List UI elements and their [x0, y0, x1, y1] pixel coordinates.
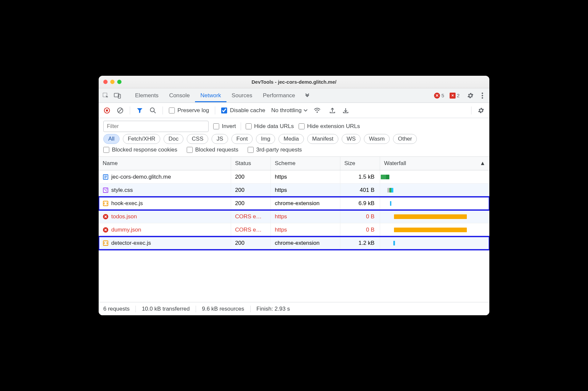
col-waterfall[interactable]: Waterfall▲ [380, 157, 489, 170]
tab-network[interactable]: Network [195, 89, 226, 102]
settings-icon[interactable] [467, 92, 474, 99]
svg-point-3 [482, 92, 483, 94]
tab-sources[interactable]: Sources [226, 89, 258, 102]
cell-scheme: chrome-extension [271, 237, 340, 249]
issue-count: 2 [457, 93, 460, 98]
tab-performance[interactable]: Performance [258, 89, 300, 102]
cell-status: 200 [231, 184, 271, 196]
cell-waterfall [380, 197, 489, 210]
blocked-requests-checkbox[interactable]: Blocked requests [187, 147, 238, 153]
throttling-select[interactable]: No throttling [271, 107, 308, 114]
status-requests: 6 requests [103, 306, 136, 312]
cell-size: 1.5 kB [340, 170, 380, 183]
col-size[interactable]: Size [340, 157, 380, 170]
more-tabs-icon[interactable] [304, 92, 311, 99]
table-row[interactable]: todos.jsonCORS e…https0 B [99, 210, 489, 223]
panel-tabbar: ElementsConsoleNetworkSourcesPerformance… [99, 88, 489, 103]
status-finish: Finish: 2.93 s [251, 306, 296, 312]
window-controls [103, 80, 122, 84]
cell-waterfall [380, 237, 489, 249]
col-name[interactable]: Name [99, 157, 231, 170]
svg-point-4 [482, 95, 483, 96]
blocked-cookies-checkbox[interactable]: Blocked response cookies [103, 147, 177, 153]
filter-icon[interactable] [136, 107, 143, 114]
filter-pill-ws[interactable]: WS [342, 134, 361, 144]
resource-type-filter: AllFetch/XHRDocCSSJSFontImgMediaManifest… [99, 134, 489, 147]
search-icon[interactable] [149, 107, 157, 114]
filter-pill-all[interactable]: All [103, 134, 120, 144]
close-window-button[interactable] [103, 80, 108, 84]
clear-button[interactable] [117, 107, 124, 114]
svg-line-11 [154, 111, 156, 113]
svg-point-5 [482, 97, 483, 98]
tab-elements[interactable]: Elements [130, 89, 164, 102]
cell-scheme: chrome-extension [271, 197, 340, 210]
filter-pill-img[interactable]: Img [256, 134, 275, 144]
table-row[interactable]: detector-exec.js200chrome-extension1.2 k… [99, 237, 489, 250]
cell-size: 6.9 kB [340, 197, 380, 210]
issue-count-badge[interactable]: ✕ 2 [450, 93, 460, 99]
filter-pill-other[interactable]: Other [393, 134, 417, 144]
device-toolbar-icon[interactable] [114, 92, 121, 99]
filter-pill-fetch-xhr[interactable]: Fetch/XHR [123, 134, 160, 144]
maximize-window-button[interactable] [117, 80, 122, 84]
cell-status: 200 [231, 197, 271, 210]
filter-pill-css[interactable]: CSS [187, 134, 208, 144]
kebab-menu-icon[interactable] [479, 92, 486, 99]
filter-input[interactable] [103, 121, 209, 132]
third-party-checkbox[interactable]: 3rd-party requests [248, 147, 302, 153]
filter-pill-manifest[interactable]: Manifest [307, 134, 338, 144]
chevron-down-icon [304, 109, 308, 112]
tab-console[interactable]: Console [164, 89, 195, 102]
hide-data-urls-checkbox[interactable]: Hide data URLs [246, 123, 294, 130]
network-table: Name Status Scheme Size Waterfall▲ jec-c… [99, 157, 489, 302]
cell-status: 200 [231, 170, 271, 183]
window-title: DevTools - jec-cors-demo.glitch.me/ [99, 79, 489, 85]
cell-name: style.css [99, 184, 231, 196]
error-count-badge[interactable]: ✕ 5 [434, 93, 444, 99]
minimize-window-button[interactable] [110, 80, 115, 84]
inspect-element-icon[interactable] [102, 92, 109, 99]
issue-icon: ✕ [450, 93, 456, 99]
table-row[interactable]: style.css200https401 B [99, 184, 489, 197]
table-row[interactable]: hook-exec.js200chrome-extension6.9 kB [99, 197, 489, 210]
network-settings-icon[interactable] [477, 107, 485, 114]
hide-extension-urls-checkbox[interactable]: Hide extension URLs [299, 123, 360, 130]
cell-scheme: https [271, 210, 340, 223]
svg-line-9 [118, 109, 122, 112]
preserve-log-checkbox[interactable]: Preserve log [169, 107, 209, 114]
cell-name: dummy.json [99, 223, 231, 236]
svg-rect-2 [118, 94, 121, 98]
table-header: Name Status Scheme Size Waterfall▲ [99, 157, 489, 170]
cell-name: todos.json [99, 210, 231, 223]
invert-checkbox[interactable]: Invert [213, 123, 236, 130]
sort-indicator-icon: ▲ [480, 160, 485, 167]
cell-waterfall [380, 170, 489, 183]
cell-name: jec-cors-demo.glitch.me [99, 170, 231, 183]
filter-pill-media[interactable]: Media [278, 134, 304, 144]
record-button[interactable] [103, 107, 111, 114]
table-row[interactable]: dummy.jsonCORS e…https0 B [99, 223, 489, 237]
error-icon: ✕ [434, 93, 440, 99]
col-scheme[interactable]: Scheme [271, 157, 340, 170]
status-transferred: 10.0 kB transferred [136, 306, 196, 312]
extra-filters-row: Blocked response cookies Blocked request… [99, 147, 489, 157]
devtools-window: DevTools - jec-cors-demo.glitch.me/ Elem… [99, 76, 489, 315]
cell-size: 401 B [340, 184, 380, 196]
filter-pill-js[interactable]: JS [212, 134, 228, 144]
svg-point-10 [150, 108, 154, 112]
upload-har-icon[interactable] [329, 107, 336, 114]
filter-pill-font[interactable]: Font [231, 134, 253, 144]
cell-size: 0 B [340, 223, 380, 236]
col-status[interactable]: Status [231, 157, 271, 170]
filter-pill-wasm[interactable]: Wasm [364, 134, 390, 144]
cell-status: 200 [231, 237, 271, 249]
cell-size: 1.2 kB [340, 237, 380, 249]
network-conditions-icon[interactable] [314, 107, 321, 114]
filter-pill-doc[interactable]: Doc [164, 134, 183, 144]
cell-waterfall [380, 210, 489, 223]
download-har-icon[interactable] [342, 107, 349, 114]
table-row[interactable]: jec-cors-demo.glitch.me200https1.5 kB [99, 170, 489, 184]
disable-cache-checkbox[interactable]: Disable cache [221, 107, 265, 114]
cell-status: CORS e… [231, 223, 271, 236]
